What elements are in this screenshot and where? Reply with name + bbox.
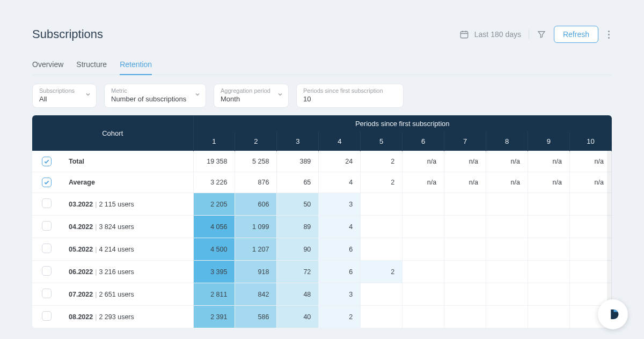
value-cell: 50 (277, 193, 319, 216)
checkbox-icon (42, 311, 52, 321)
checkbox-icon (42, 289, 52, 298)
value-cell (528, 216, 570, 238)
row-checkbox-cell[interactable] (32, 283, 61, 306)
table-scrollbar[interactable] (607, 115, 612, 328)
value-cell: 40 (277, 306, 319, 328)
value-cell: 4 (319, 216, 361, 238)
value-cell: 918 (235, 261, 277, 283)
value-cell (444, 193, 486, 216)
checkbox-icon (42, 244, 52, 253)
cohort-label: 04.2022|3 824 users (61, 216, 193, 238)
value-cell (361, 216, 402, 238)
filter-aggregation[interactable]: Aggregation period Month (214, 84, 289, 108)
more-menu-button[interactable] (606, 31, 612, 39)
value-cell: 2 (361, 151, 402, 172)
value-cell: 2 205 (193, 193, 235, 216)
value-cell: n/a (528, 172, 570, 193)
value-cell: 19 358 (193, 151, 235, 172)
row-checkbox-cell[interactable] (32, 238, 61, 261)
value-cell: 4 500 (193, 238, 235, 261)
filter-periods[interactable]: Periods since first subscription 10 (296, 84, 404, 108)
row-checkbox-cell[interactable] (32, 172, 61, 193)
value-cell (569, 238, 611, 261)
value-cell: 72 (277, 261, 319, 283)
value-cell: 3 226 (193, 172, 235, 193)
value-cell (569, 193, 611, 216)
checkbox-icon (42, 157, 52, 166)
value-cell: 842 (235, 283, 277, 306)
row-checkbox-cell[interactable] (32, 193, 61, 216)
cohort-label: 08.2022|2 293 users (61, 306, 193, 328)
table-row: 07.2022|2 651 users2 811842483 (32, 283, 612, 306)
chevron-down-icon (277, 90, 283, 99)
col-period-9[interactable]: 9 (528, 132, 570, 151)
date-range-picker[interactable]: Last 180 days (459, 30, 521, 39)
value-cell (486, 306, 528, 328)
value-cell: 90 (277, 238, 319, 261)
tab-structure[interactable]: Structure (76, 56, 107, 75)
value-cell: 3 (319, 283, 361, 306)
value-cell: 1 099 (235, 216, 277, 238)
filter-label: Subscriptions (39, 87, 80, 94)
chevron-down-icon (85, 90, 91, 99)
value-cell (402, 238, 444, 261)
filter-label: Periods since first subscription (303, 87, 387, 94)
value-cell: 606 (235, 193, 277, 216)
col-period-1[interactable]: 1 (193, 132, 235, 151)
cohort-label: 07.2022|2 651 users (61, 283, 193, 306)
value-cell: n/a (402, 151, 444, 172)
value-cell (486, 283, 528, 306)
row-checkbox-cell[interactable] (32, 261, 61, 283)
scrollbar-thumb[interactable] (608, 120, 611, 145)
cohort-label: 03.2022|2 115 users (61, 193, 193, 216)
col-period-5[interactable]: 5 (361, 132, 402, 151)
row-checkbox-cell[interactable] (32, 216, 61, 238)
checkbox-icon (42, 178, 52, 187)
col-period-3[interactable]: 3 (277, 132, 319, 151)
value-cell: n/a (569, 172, 611, 193)
value-cell (402, 216, 444, 238)
checkbox-icon (42, 198, 52, 208)
value-cell (528, 283, 570, 306)
retention-table: Cohort Periods since first subscription … (32, 115, 612, 328)
value-cell: 6 (319, 238, 361, 261)
value-cell: 586 (235, 306, 277, 328)
table-row: 06.2022|3 216 users3 3959187262 (32, 261, 612, 283)
filter-label: Metric (111, 87, 189, 94)
tab-overview[interactable]: Overview (32, 56, 63, 75)
filter-label: Aggregation period (221, 87, 272, 94)
value-cell (361, 193, 402, 216)
date-range-label: Last 180 days (474, 30, 521, 39)
chevron-down-icon (195, 90, 200, 99)
filter-icon[interactable] (537, 30, 546, 39)
col-periods-group: Periods since first subscription (193, 115, 612, 132)
value-cell (569, 216, 611, 238)
checkbox-icon (42, 266, 52, 276)
row-checkbox-cell[interactable] (32, 306, 61, 328)
value-cell: n/a (528, 151, 570, 172)
value-cell (361, 306, 402, 328)
col-period-10[interactable]: 10 (569, 132, 611, 151)
value-cell: 2 (361, 261, 402, 283)
cohort-label: Total (61, 151, 193, 172)
value-cell: 2 391 (193, 306, 235, 328)
value-cell: n/a (444, 172, 486, 193)
col-period-8[interactable]: 8 (486, 132, 528, 151)
tab-retention[interactable]: Retention (120, 56, 152, 75)
checkbox-icon (42, 221, 52, 231)
value-cell (528, 261, 570, 283)
refresh-button[interactable]: Refresh (554, 26, 598, 43)
filter-metric[interactable]: Metric Number of subscriptions (104, 84, 206, 108)
value-cell (569, 261, 611, 283)
table-row: Average3 2268766542n/an/an/an/an/a (32, 172, 612, 193)
filters-row: Subscriptions All Metric Number of subsc… (32, 84, 612, 108)
col-period-6[interactable]: 6 (402, 132, 444, 151)
col-period-7[interactable]: 7 (444, 132, 486, 151)
col-period-2[interactable]: 2 (235, 132, 277, 151)
col-period-4[interactable]: 4 (319, 132, 361, 151)
filter-subscriptions[interactable]: Subscriptions All (32, 84, 97, 108)
value-cell: 2 (361, 172, 402, 193)
row-checkbox-cell[interactable] (32, 151, 61, 172)
value-cell (361, 283, 402, 306)
cohort-label: Average (61, 172, 193, 193)
